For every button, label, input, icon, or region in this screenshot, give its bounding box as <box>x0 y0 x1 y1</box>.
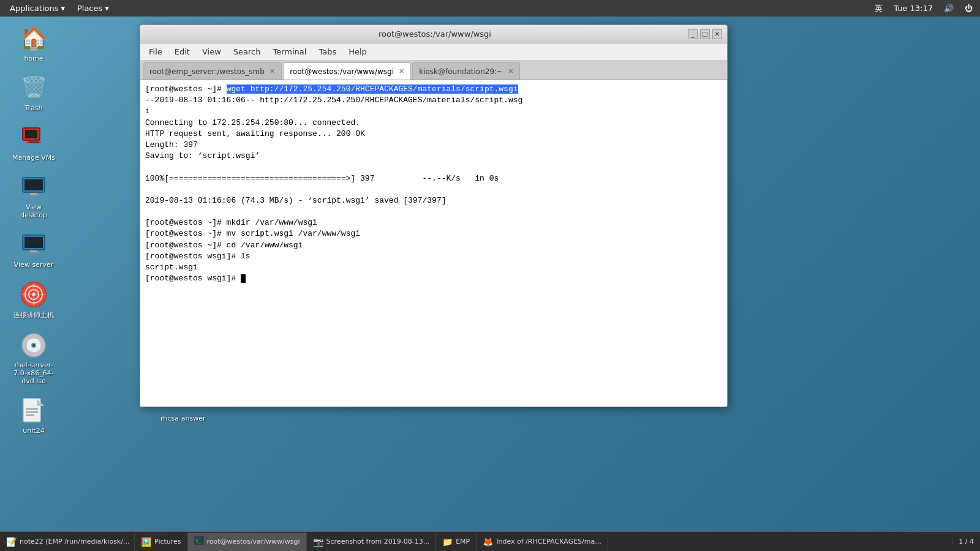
svg-rect-3 <box>29 141 39 143</box>
title-bar: root@westos:/var/www/wsgi _ □ ✕ <box>140 25 727 43</box>
unit24-label: unit24 <box>23 427 44 435</box>
menu-search[interactable]: Search <box>227 45 267 59</box>
terminal-line-3: i <box>145 106 722 117</box>
desktop-icon-connect[interactable]: 连接讲师主机 <box>9 277 58 322</box>
tab-wsgi-label: root@westos:/var/www/wsgi <box>290 67 394 76</box>
manage-vms-label: Manage VMs <box>12 154 55 162</box>
desktop-icon-manage-vms[interactable]: Manage VMs <box>9 121 58 164</box>
language-indicator[interactable]: 英 <box>872 3 885 14</box>
minimize-button[interactable]: _ <box>688 29 698 39</box>
terminal-line-2: --2019-08-13 01:16:06-- http://172.25.25… <box>145 95 722 106</box>
top-bar: Applications ▾ Places ▾ 英 Tue 13:17 🔊 ⏻ <box>0 0 980 17</box>
tab-emp-label: root@emp_server:/westos_smb <box>149 67 265 76</box>
terminal-line-8: 100%[===================================… <box>145 173 722 184</box>
terminal-line-1: [root@westos ~]# wget http://172.25.254.… <box>145 84 722 95</box>
taskbar-note22[interactable]: 📝 note22 (EMP /run/media/kiosk/... <box>0 533 135 551</box>
terminal-line-10: [root@westos ~]# mkdir /var/www/wsgi <box>145 217 722 228</box>
desktop-icon-home[interactable]: 🏠 home <box>9 21 58 65</box>
terminal-taskbar-label: root@westos/var/www/wsgi <box>207 538 300 545</box>
desktop-icon-view-desktop[interactable]: View desktop <box>9 170 58 222</box>
firefox-label: Index of /RHCEPACKAGES/ma... <box>496 538 601 545</box>
screenshot-icon: 📷 <box>313 537 323 547</box>
terminal-line-5: HTTP request sent, awaiting response... … <box>145 129 722 140</box>
menu-tabs[interactable]: Tabs <box>312 45 342 59</box>
page-count: 1 / 4 <box>959 538 974 545</box>
menu-view[interactable]: View <box>196 45 227 59</box>
terminal-title: root@westos:/var/www/wsgi <box>182 29 688 39</box>
terminal-blank-1 <box>145 162 722 173</box>
terminal-line-14: script.wsgi <box>145 262 722 273</box>
taskbar-firefox[interactable]: 🦊 Index of /RHCEPACKAGES/ma... <box>477 533 608 551</box>
taskbar-page-indicator: 1 / 4 <box>952 538 980 545</box>
svg-rect-5 <box>24 179 43 190</box>
terminal-line-13: [root@westos wsgi]# ls <box>145 251 722 262</box>
menu-file[interactable]: File <box>143 45 168 59</box>
home-icon: 🏠 <box>19 24 48 53</box>
view-desktop-icon <box>19 173 48 202</box>
cursor <box>241 274 246 283</box>
desktop: Applications ▾ Places ▾ 英 Tue 13:17 🔊 ⏻ … <box>0 0 980 551</box>
tab-emp-server[interactable]: root@emp_server:/westos_smb ✕ <box>143 62 282 80</box>
note22-label: note22 (EMP /run/media/kiosk/... <box>20 538 129 545</box>
terminal-line-12: [root@westos ~]# cd /var/www/wsgi <box>145 240 722 251</box>
unit24-icon <box>19 396 48 425</box>
terminal-line-11: [root@westos ~]# mv script.wsgi /var/www… <box>145 228 722 239</box>
trash-icon: 🗑️ <box>19 73 48 103</box>
svg-rect-10 <box>30 250 37 252</box>
svg-rect-7 <box>28 195 40 196</box>
menu-edit[interactable]: Edit <box>168 45 196 59</box>
tab-bar: root@emp_server:/westos_smb ✕ root@westo… <box>140 61 727 80</box>
command-highlighted: wget http://172.25.254.250/RHCEPACKAGES/… <box>227 84 518 94</box>
tab-kiosk-close[interactable]: ✕ <box>508 67 513 75</box>
disc-label: rhel-server-7.0-x86_64-dvd.iso <box>12 361 56 385</box>
terminal-blank-2 <box>145 184 722 195</box>
rhcsa-answer-label: rhcsa-answer <box>160 414 206 422</box>
taskbar: 📝 note22 (EMP /run/media/kiosk/... 🖼️ Pi… <box>0 531 980 551</box>
taskbar-pictures[interactable]: 🖼️ Pictures <box>135 533 188 551</box>
tab-wsgi-close[interactable]: ✕ <box>399 67 404 75</box>
clock: Tue 13:17 <box>891 4 935 13</box>
taskbar-terminal[interactable]: $_ root@westos/var/www/wsgi <box>188 533 307 551</box>
taskbar-emp[interactable]: 📁 EMP <box>436 533 477 551</box>
close-button[interactable]: ✕ <box>712 29 722 39</box>
top-bar-right: 英 Tue 13:17 🔊 ⏻ <box>872 3 975 14</box>
terminal-window: root@westos:/var/www/wsgi _ □ ✕ File Edi… <box>140 24 728 407</box>
terminal-line-9: 2019-08-13 01:16:06 (74.3 MB/s) - ‘scrip… <box>145 195 722 206</box>
svg-rect-26 <box>26 414 34 416</box>
applications-menu[interactable]: Applications ▾ <box>5 2 70 14</box>
svg-point-21 <box>32 344 35 347</box>
volume-icon[interactable]: 🔊 <box>941 4 956 13</box>
places-menu[interactable]: Places ▾ <box>72 2 114 14</box>
power-icon[interactable]: ⏻ <box>962 4 975 13</box>
prompt-1: [root@westos ~]# <box>145 84 227 94</box>
connect-icon <box>19 280 48 309</box>
svg-rect-11 <box>28 252 40 253</box>
desktop-icon-trash[interactable]: 🗑️ Trash <box>9 71 58 114</box>
desktop-icon-unit24[interactable]: unit24 <box>9 394 58 437</box>
applications-arrow: ▾ <box>61 4 65 13</box>
trash-label: Trash <box>24 104 42 112</box>
emp-label: EMP <box>456 538 470 545</box>
home-label: home <box>24 54 43 62</box>
tab-emp-close[interactable]: ✕ <box>270 67 275 75</box>
note22-icon: 📝 <box>6 537 17 547</box>
menu-help[interactable]: Help <box>342 45 373 59</box>
desktop-icon-disc[interactable]: rhel-server-7.0-x86_64-dvd.iso <box>9 328 58 388</box>
taskbar-screenshot[interactable]: 📷 Screenshot from 2019-08-13... <box>307 533 437 551</box>
title-bar-buttons: _ □ ✕ <box>688 29 722 39</box>
terminal-blank-3 <box>145 206 722 217</box>
tab-kiosk[interactable]: kiosk@foundation29:~ ✕ <box>412 62 520 80</box>
places-label: Places <box>77 4 102 13</box>
places-arrow: ▾ <box>105 4 109 13</box>
maximize-button[interactable]: □ <box>700 29 710 39</box>
svg-rect-1 <box>25 130 37 138</box>
terminal-content[interactable]: [root@westos ~]# wget http://172.25.254.… <box>140 80 727 407</box>
desktop-icon-view-server[interactable]: View server <box>9 228 58 271</box>
svg-rect-24 <box>26 408 38 410</box>
menu-terminal[interactable]: Terminal <box>266 45 312 59</box>
tab-wsgi[interactable]: root@westos:/var/www/wsgi ✕ <box>283 62 411 80</box>
applications-label: Applications <box>10 4 58 13</box>
pictures-label: Pictures <box>154 538 181 545</box>
svg-rect-25 <box>26 411 38 413</box>
firefox-icon: 🦊 <box>483 537 493 547</box>
